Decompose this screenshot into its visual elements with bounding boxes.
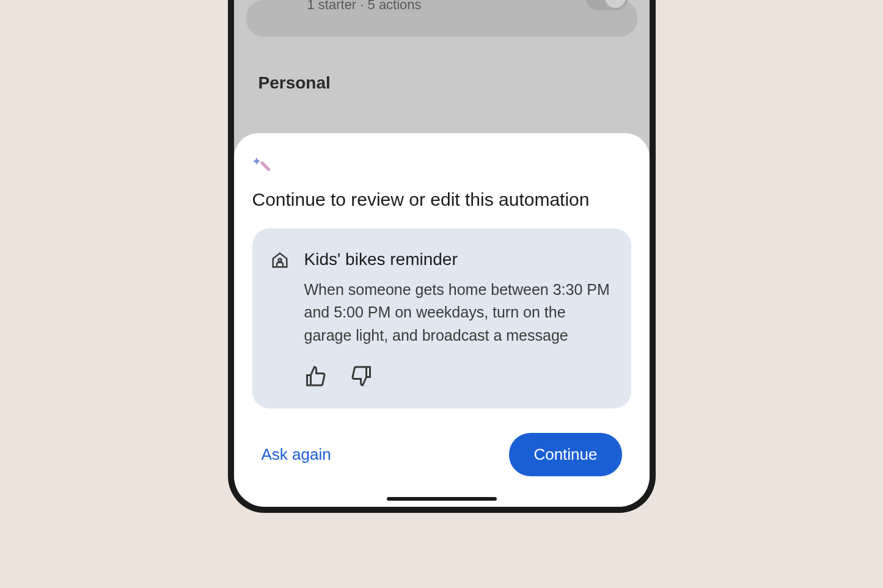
home-indicator[interactable]: [387, 497, 497, 501]
automation-card-background: 1 starter · 5 actions: [246, 0, 637, 37]
automation-preview-card: Kids' bikes reminder When someone gets h…: [252, 228, 631, 409]
magic-wand-icon: [252, 154, 272, 174]
feedback-buttons: [304, 365, 613, 387]
phone-frame: 1 starter · 5 actions Personal Continue …: [228, 0, 656, 513]
automation-header: Kids' bikes reminder When someone gets h…: [271, 250, 613, 388]
phone-screen: 1 starter · 5 actions Personal Continue …: [234, 0, 650, 507]
action-row: Ask again Continue: [252, 433, 631, 476]
home-person-icon: [271, 251, 289, 269]
svg-point-1: [278, 258, 281, 261]
thumbs-up-icon[interactable]: [304, 365, 326, 387]
sheet-title: Continue to review or edit this automati…: [252, 189, 631, 210]
automation-subtitle: 1 starter · 5 actions: [307, 0, 422, 13]
svg-rect-0: [260, 161, 271, 172]
continue-button[interactable]: Continue: [509, 433, 621, 476]
thumbs-down-icon[interactable]: [351, 365, 373, 387]
section-header-personal: Personal: [246, 49, 637, 105]
bottom-sheet: Continue to review or edit this automati…: [234, 133, 650, 507]
automation-description: When someone gets home between 3:30 PM a…: [304, 278, 613, 347]
background-content: 1 starter · 5 actions Personal: [234, 0, 650, 105]
automation-title: Kids' bikes reminder: [304, 250, 613, 269]
automation-toggle: [585, 0, 628, 10]
automation-content: Kids' bikes reminder When someone gets h…: [304, 250, 613, 388]
ask-again-button[interactable]: Ask again: [262, 439, 331, 470]
